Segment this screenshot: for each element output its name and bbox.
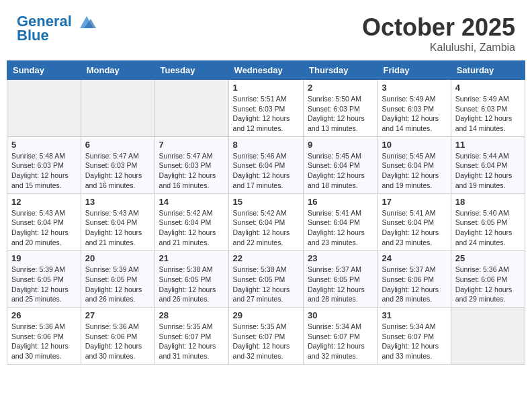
- day-info: Sunrise: 5:42 AM Sunset: 6:04 PM Dayligh…: [159, 208, 224, 248]
- calendar-cell: [154, 80, 228, 137]
- day-info: Sunrise: 5:38 AM Sunset: 6:05 PM Dayligh…: [233, 265, 299, 304]
- weekday-header-friday: Friday: [378, 61, 451, 80]
- calendar-cell: 21Sunrise: 5:38 AM Sunset: 6:05 PM Dayli…: [154, 250, 228, 308]
- day-info: Sunrise: 5:41 AM Sunset: 6:04 PM Dayligh…: [308, 208, 373, 248]
- calendar-cell: 19Sunrise: 5:39 AM Sunset: 6:05 PM Dayli…: [7, 250, 81, 308]
- day-info: Sunrise: 5:43 AM Sunset: 6:04 PM Dayligh…: [85, 208, 150, 248]
- day-number: 21: [159, 253, 224, 263]
- day-info: Sunrise: 5:38 AM Sunset: 6:05 PM Dayligh…: [159, 265, 224, 304]
- calendar-cell: 29Sunrise: 5:35 AM Sunset: 6:07 PM Dayli…: [228, 308, 303, 365]
- day-info: Sunrise: 5:39 AM Sunset: 6:05 PM Dayligh…: [85, 265, 150, 304]
- weekday-header-saturday: Saturday: [451, 61, 525, 80]
- calendar-table: SundayMondayTuesdayWednesdayThursdayFrid…: [7, 60, 525, 365]
- calendar-cell: 6Sunrise: 5:47 AM Sunset: 6:03 PM Daylig…: [81, 136, 154, 193]
- day-info: Sunrise: 5:49 AM Sunset: 6:03 PM Dayligh…: [455, 94, 521, 134]
- calendar-week-row: 12Sunrise: 5:43 AM Sunset: 6:04 PM Dayli…: [7, 193, 525, 250]
- day-info: Sunrise: 5:37 AM Sunset: 6:05 PM Dayligh…: [308, 265, 373, 304]
- day-info: Sunrise: 5:48 AM Sunset: 6:03 PM Dayligh…: [11, 151, 77, 191]
- day-number: 12: [11, 197, 77, 207]
- day-number: 23: [308, 253, 373, 263]
- calendar-cell: 2Sunrise: 5:50 AM Sunset: 6:03 PM Daylig…: [304, 80, 378, 137]
- calendar-cell: 5Sunrise: 5:48 AM Sunset: 6:03 PM Daylig…: [7, 136, 81, 193]
- day-number: 22: [233, 253, 299, 263]
- day-info: Sunrise: 5:47 AM Sunset: 6:03 PM Dayligh…: [85, 151, 150, 191]
- day-number: 19: [11, 253, 77, 263]
- calendar-cell: 28Sunrise: 5:35 AM Sunset: 6:07 PM Dayli…: [154, 308, 228, 365]
- day-number: 20: [85, 253, 150, 263]
- calendar-cell: 9Sunrise: 5:45 AM Sunset: 6:04 PM Daylig…: [304, 136, 378, 193]
- day-info: Sunrise: 5:45 AM Sunset: 6:04 PM Dayligh…: [308, 151, 373, 191]
- calendar-cell: 20Sunrise: 5:39 AM Sunset: 6:05 PM Dayli…: [81, 250, 154, 308]
- calendar-cell: 1Sunrise: 5:51 AM Sunset: 6:03 PM Daylig…: [228, 80, 303, 137]
- calendar-week-row: 1Sunrise: 5:51 AM Sunset: 6:03 PM Daylig…: [7, 80, 525, 137]
- day-number: 4: [455, 83, 521, 93]
- calendar-cell: 16Sunrise: 5:41 AM Sunset: 6:04 PM Dayli…: [304, 193, 378, 250]
- day-info: Sunrise: 5:36 AM Sunset: 6:06 PM Dayligh…: [85, 322, 150, 361]
- day-number: 8: [233, 140, 299, 150]
- day-info: Sunrise: 5:40 AM Sunset: 6:05 PM Dayligh…: [455, 208, 521, 248]
- day-info: Sunrise: 5:50 AM Sunset: 6:03 PM Dayligh…: [308, 94, 373, 134]
- day-info: Sunrise: 5:43 AM Sunset: 6:04 PM Dayligh…: [11, 208, 77, 248]
- day-number: 27: [85, 310, 150, 320]
- day-number: 29: [233, 310, 299, 320]
- day-info: Sunrise: 5:36 AM Sunset: 6:06 PM Dayligh…: [455, 265, 521, 304]
- day-number: 25: [455, 253, 521, 263]
- calendar-cell: 8Sunrise: 5:46 AM Sunset: 6:04 PM Daylig…: [228, 136, 303, 193]
- weekday-header-tuesday: Tuesday: [154, 61, 228, 80]
- day-number: 2: [308, 83, 373, 93]
- calendar-cell: [451, 308, 525, 365]
- day-info: Sunrise: 5:41 AM Sunset: 6:04 PM Dayligh…: [382, 208, 446, 248]
- calendar-header-row: SundayMondayTuesdayWednesdayThursdayFrid…: [7, 61, 525, 80]
- calendar-week-row: 26Sunrise: 5:36 AM Sunset: 6:06 PM Dayli…: [7, 308, 525, 365]
- calendar-cell: 13Sunrise: 5:43 AM Sunset: 6:04 PM Dayli…: [81, 193, 154, 250]
- day-number: 1: [233, 83, 299, 93]
- calendar-cell: 4Sunrise: 5:49 AM Sunset: 6:03 PM Daylig…: [451, 80, 525, 137]
- month-title: October 2025 Kalulushi, Zambia: [362, 13, 515, 54]
- day-number: 30: [308, 310, 373, 320]
- day-info: Sunrise: 5:34 AM Sunset: 6:07 PM Dayligh…: [308, 322, 373, 361]
- calendar-cell: 26Sunrise: 5:36 AM Sunset: 6:06 PM Dayli…: [7, 308, 81, 365]
- month-year: October 2025: [362, 13, 515, 42]
- calendar-cell: 24Sunrise: 5:37 AM Sunset: 6:06 PM Dayli…: [378, 250, 451, 308]
- day-number: 15: [233, 197, 299, 207]
- calendar-week-row: 5Sunrise: 5:48 AM Sunset: 6:03 PM Daylig…: [7, 136, 525, 193]
- day-number: 9: [308, 140, 373, 150]
- calendar-cell: 12Sunrise: 5:43 AM Sunset: 6:04 PM Dayli…: [7, 193, 81, 250]
- day-info: Sunrise: 5:39 AM Sunset: 6:05 PM Dayligh…: [11, 265, 77, 304]
- calendar-cell: 22Sunrise: 5:38 AM Sunset: 6:05 PM Dayli…: [228, 250, 303, 308]
- calendar-week-row: 19Sunrise: 5:39 AM Sunset: 6:05 PM Dayli…: [7, 250, 525, 308]
- day-info: Sunrise: 5:34 AM Sunset: 6:07 PM Dayligh…: [382, 322, 446, 361]
- day-number: 31: [382, 310, 446, 320]
- calendar-cell: 17Sunrise: 5:41 AM Sunset: 6:04 PM Dayli…: [378, 193, 451, 250]
- day-info: Sunrise: 5:44 AM Sunset: 6:04 PM Dayligh…: [455, 151, 521, 191]
- logo: General Blue: [17, 13, 96, 44]
- logo-icon: [77, 15, 96, 30]
- day-info: Sunrise: 5:45 AM Sunset: 6:04 PM Dayligh…: [382, 151, 446, 191]
- calendar-cell: 15Sunrise: 5:42 AM Sunset: 6:04 PM Dayli…: [228, 193, 303, 250]
- day-number: 7: [159, 140, 224, 150]
- weekday-header-sunday: Sunday: [7, 61, 81, 80]
- day-info: Sunrise: 5:49 AM Sunset: 6:03 PM Dayligh…: [382, 94, 446, 134]
- day-number: 17: [382, 197, 446, 207]
- day-number: 16: [308, 197, 373, 207]
- calendar-cell: 30Sunrise: 5:34 AM Sunset: 6:07 PM Dayli…: [304, 308, 378, 365]
- calendar-cell: 18Sunrise: 5:40 AM Sunset: 6:05 PM Dayli…: [451, 193, 525, 250]
- calendar-cell: [7, 80, 81, 137]
- day-number: 11: [455, 140, 521, 150]
- calendar-cell: 31Sunrise: 5:34 AM Sunset: 6:07 PM Dayli…: [378, 308, 451, 365]
- calendar-cell: 11Sunrise: 5:44 AM Sunset: 6:04 PM Dayli…: [451, 136, 525, 193]
- day-info: Sunrise: 5:35 AM Sunset: 6:07 PM Dayligh…: [233, 322, 299, 361]
- location: Kalulushi, Zambia: [362, 42, 515, 54]
- calendar-cell: 14Sunrise: 5:42 AM Sunset: 6:04 PM Dayli…: [154, 193, 228, 250]
- calendar-cell: 25Sunrise: 5:36 AM Sunset: 6:06 PM Dayli…: [451, 250, 525, 308]
- day-info: Sunrise: 5:42 AM Sunset: 6:04 PM Dayligh…: [233, 208, 299, 248]
- day-number: 3: [382, 83, 446, 93]
- calendar-cell: 3Sunrise: 5:49 AM Sunset: 6:03 PM Daylig…: [378, 80, 451, 137]
- calendar-cell: 27Sunrise: 5:36 AM Sunset: 6:06 PM Dayli…: [81, 308, 154, 365]
- calendar-cell: [81, 80, 154, 137]
- day-number: 5: [11, 140, 77, 150]
- day-number: 28: [159, 310, 224, 320]
- weekday-header-wednesday: Wednesday: [228, 61, 303, 80]
- day-number: 6: [85, 140, 150, 150]
- calendar-cell: 10Sunrise: 5:45 AM Sunset: 6:04 PM Dayli…: [378, 136, 451, 193]
